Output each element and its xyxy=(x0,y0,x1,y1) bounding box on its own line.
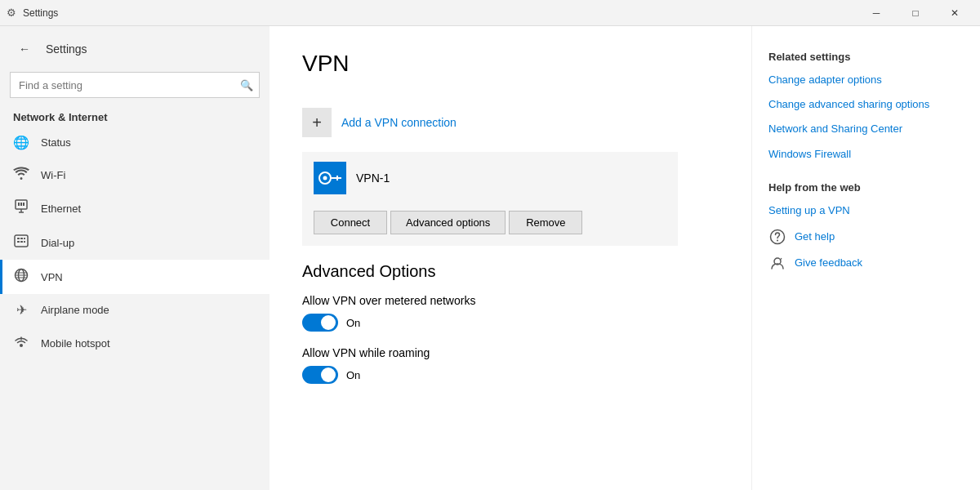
right-panel: Related settings Change adapter options … xyxy=(751,26,980,490)
advanced-options-button[interactable]: Advanced options xyxy=(390,211,506,234)
hotspot-icon xyxy=(13,334,29,352)
vpn-card: VPN-1 Connect Advanced options Remove xyxy=(302,152,678,246)
sidebar-item-label: Wi-Fi xyxy=(41,169,65,181)
sidebar-item-status[interactable]: 🌐 Status xyxy=(0,127,270,158)
search-box: 🔍 xyxy=(10,72,260,98)
change-advanced-sharing-link[interactable]: Change advanced sharing options xyxy=(768,97,964,112)
airplane-icon: ✈ xyxy=(13,302,29,318)
add-vpn-label: Add a VPN connection xyxy=(341,116,457,129)
svg-rect-7 xyxy=(24,238,25,239)
sidebar-item-label: Airplane mode xyxy=(41,304,109,316)
sidebar-item-hotspot[interactable]: Mobile hotspot xyxy=(0,326,270,360)
sidebar-item-label: Status xyxy=(41,136,71,149)
give-feedback-item[interactable]: Give feedback xyxy=(768,254,964,272)
get-help-icon xyxy=(768,228,786,246)
remove-button[interactable]: Remove xyxy=(509,211,582,234)
sidebar-header: ← Settings xyxy=(0,26,270,72)
app-body: ← Settings 🔍 Network & Internet 🌐 Status… xyxy=(0,26,980,490)
main-content: VPN + Add a VPN connection VPN-1 Connect xyxy=(270,26,751,490)
toggle-metered-state: On xyxy=(346,317,360,329)
toggle-metered-label: Allow VPN over metered networks xyxy=(302,294,719,307)
vpn-card-name: VPN-1 xyxy=(356,172,390,185)
close-button[interactable]: ✕ xyxy=(936,0,973,26)
title-bar: ⚙ Settings ─ □ ✕ xyxy=(0,0,980,26)
sidebar-item-label: Mobile hotspot xyxy=(41,337,110,350)
sidebar-item-label: Ethernet xyxy=(41,203,81,215)
title-bar-title: Settings xyxy=(23,7,58,19)
wifi-icon xyxy=(13,167,29,183)
ethernet-icon xyxy=(13,199,29,217)
svg-rect-8 xyxy=(17,241,20,243)
feedback-label: Give feedback xyxy=(795,256,862,269)
svg-point-13 xyxy=(20,344,23,347)
get-help-label: Get help xyxy=(795,230,835,243)
toggle-metered-wrap: On xyxy=(302,314,719,332)
minimize-button[interactable]: ─ xyxy=(858,0,895,26)
toggle-roaming-label: Allow VPN while roaming xyxy=(302,346,719,359)
related-settings-title: Related settings xyxy=(768,51,964,63)
help-from-web-title: Help from the web xyxy=(768,181,964,194)
feedback-icon xyxy=(768,254,786,272)
svg-rect-5 xyxy=(17,238,20,239)
maximize-button[interactable]: □ xyxy=(897,0,934,26)
vpn-card-icon xyxy=(314,162,346,194)
sidebar-item-label: VPN xyxy=(41,271,63,283)
sidebar-item-label: Dial-up xyxy=(41,237,74,249)
add-vpn-plus-icon: + xyxy=(302,108,332,137)
toggle-metered[interactable] xyxy=(302,314,338,332)
title-bar-left: ⚙ Settings xyxy=(7,7,58,19)
connect-button[interactable]: Connect xyxy=(314,211,387,234)
svg-rect-2 xyxy=(20,203,22,206)
toggle-roaming-wrap: On xyxy=(302,366,719,384)
svg-point-19 xyxy=(777,239,778,241)
sidebar-section-title: Network & Internet xyxy=(0,105,270,127)
svg-rect-3 xyxy=(23,203,24,206)
svg-point-15 xyxy=(323,176,327,180)
windows-firewall-link[interactable]: Windows Firewall xyxy=(768,147,964,162)
search-input[interactable] xyxy=(10,72,260,98)
sidebar: ← Settings 🔍 Network & Internet 🌐 Status… xyxy=(0,26,270,490)
toggle-metered-row: Allow VPN over metered networks On xyxy=(302,294,719,332)
settings-icon: ⚙ xyxy=(7,7,16,19)
toggle-roaming[interactable] xyxy=(302,366,338,384)
get-help-item[interactable]: Get help xyxy=(768,228,964,246)
svg-rect-1 xyxy=(18,203,20,206)
vpn-actions: Connect Advanced options Remove xyxy=(302,204,678,246)
svg-rect-6 xyxy=(20,238,23,239)
dialup-icon xyxy=(13,234,29,252)
status-icon: 🌐 xyxy=(13,135,29,150)
help-section: Help from the web Setting up a VPN Get h… xyxy=(768,181,964,272)
toggle-roaming-row: Allow VPN while roaming On xyxy=(302,346,719,384)
toggle-roaming-state: On xyxy=(346,369,360,381)
sidebar-item-wifi[interactable]: Wi-Fi xyxy=(0,158,270,191)
add-vpn-row[interactable]: + Add a VPN connection xyxy=(302,100,719,145)
sidebar-item-dialup[interactable]: Dial-up xyxy=(0,225,270,260)
sidebar-item-ethernet[interactable]: Ethernet xyxy=(0,191,270,225)
advanced-options-title: Advanced Options xyxy=(302,262,719,281)
network-sharing-center-link[interactable]: Network and Sharing Center xyxy=(768,122,964,136)
vpn-card-header: VPN-1 xyxy=(302,152,678,204)
vpn-icon xyxy=(13,268,29,286)
back-button[interactable]: ← xyxy=(13,38,36,60)
sidebar-item-airplane[interactable]: ✈ Airplane mode xyxy=(0,294,270,326)
sidebar-item-vpn[interactable]: VPN xyxy=(0,260,270,294)
setting-up-vpn-link[interactable]: Setting up a VPN xyxy=(768,203,964,218)
change-adapter-options-link[interactable]: Change adapter options xyxy=(768,73,964,87)
svg-rect-9 xyxy=(20,241,23,243)
title-bar-controls: ─ □ ✕ xyxy=(858,0,973,26)
page-title: VPN xyxy=(302,51,719,77)
svg-rect-10 xyxy=(24,241,25,243)
sidebar-app-title: Settings xyxy=(46,42,87,56)
